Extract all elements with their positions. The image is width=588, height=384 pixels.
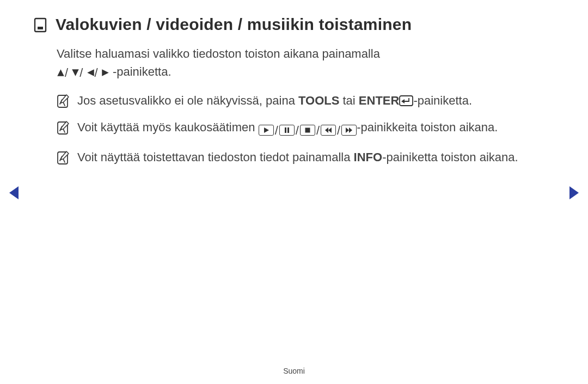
svg-marker-17: [349, 127, 352, 133]
direction-buttons: / / /: [57, 66, 113, 80]
heading-row: Valokuvien / videoiden / musiikin toista…: [33, 15, 555, 34]
svg-rect-12: [287, 127, 289, 133]
svg-rect-0: [35, 19, 46, 32]
n1-after: -painiketta.: [413, 94, 472, 107]
up-icon: [57, 69, 65, 77]
note-3: Voit näyttää toistettavan tiedoston tied…: [57, 148, 555, 166]
down-icon: [71, 69, 79, 77]
n2-before: Voit käyttää myös kaukosäätimen: [77, 120, 259, 134]
document-icon: [33, 17, 48, 33]
svg-marker-10: [264, 127, 269, 133]
enter-label: ENTER: [359, 94, 400, 107]
n1-before: Jos asetusvalikko ei ole näkyvissä, pain…: [77, 94, 298, 107]
page-title: Valokuvien / videoiden / musiikin toista…: [56, 15, 412, 34]
note-2-text: Voit käyttää myös kaukosäätimen / / / / …: [77, 118, 555, 139]
n1-mid: tai: [339, 94, 358, 107]
svg-rect-13: [305, 128, 310, 133]
svg-marker-5: [102, 69, 109, 76]
n3-after: -painiketta toiston aikana.: [382, 150, 518, 164]
svg-marker-2: [57, 69, 64, 76]
svg-marker-20: [569, 186, 579, 199]
nav-next-icon[interactable]: [568, 185, 580, 200]
note-icon: [57, 94, 70, 109]
svg-rect-1: [38, 27, 43, 29]
note-2: Voit käyttää myös kaukosäätimen / / / / …: [57, 118, 555, 139]
fastforward-button-icon: [341, 125, 357, 136]
n2-after: -painikkeita toiston aikana.: [357, 120, 498, 134]
body: Valitse haluamasi valikko tiedoston tois…: [57, 45, 555, 166]
note-1-text: Jos asetusvalikko ei ole näkyvissä, pain…: [77, 92, 555, 109]
svg-marker-4: [87, 69, 94, 76]
play-button-icon: [259, 125, 274, 136]
svg-marker-8: [401, 99, 405, 103]
svg-marker-19: [9, 186, 19, 199]
pause-button-icon: [279, 125, 295, 136]
footer-language: Suomi: [0, 367, 588, 375]
page: Valokuvien / videoiden / musiikin toista…: [0, 0, 588, 384]
tools-label: TOOLS: [298, 94, 339, 107]
right-icon: [101, 69, 109, 77]
note-3-text: Voit näyttää toistettavan tiedoston tied…: [77, 148, 555, 166]
svg-rect-11: [285, 127, 286, 133]
note-icon: [57, 150, 70, 166]
intro-paragraph: Valitse haluamasi valikko tiedoston tois…: [57, 45, 555, 82]
left-icon: [87, 69, 95, 77]
note-icon: [57, 120, 70, 136]
remote-buttons: / / / /: [259, 121, 357, 139]
svg-marker-16: [346, 127, 349, 133]
svg-rect-7: [400, 96, 413, 106]
nav-prev-icon[interactable]: [8, 185, 20, 200]
svg-marker-15: [328, 127, 332, 133]
stop-button-icon: [300, 125, 315, 136]
intro-text-before: Valitse haluamasi valikko tiedoston tois…: [57, 47, 380, 60]
n3-before: Voit näyttää toistettavan tiedoston tied…: [77, 150, 354, 164]
rewind-button-icon: [321, 125, 336, 136]
svg-marker-14: [325, 127, 328, 133]
enter-icon: [399, 95, 413, 106]
intro-text-after: -painiketta.: [113, 65, 171, 78]
note-1: Jos asetusvalikko ei ole näkyvissä, pain…: [57, 92, 555, 109]
info-label: INFO: [354, 150, 383, 164]
svg-marker-3: [72, 69, 79, 76]
